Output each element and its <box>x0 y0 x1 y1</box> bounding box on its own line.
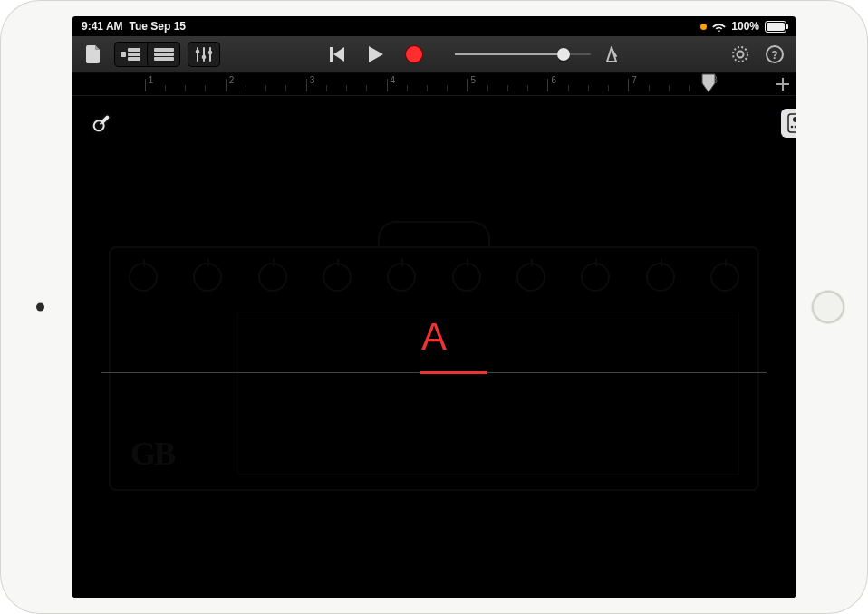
input-settings-button[interactable] <box>87 109 116 138</box>
track-controls-group <box>188 42 220 67</box>
amp-knob <box>129 263 158 292</box>
svg-rect-4 <box>154 48 174 52</box>
record-icon <box>406 46 422 62</box>
tracks-view-button[interactable] <box>114 42 147 67</box>
home-button[interactable] <box>812 291 844 323</box>
ruler-bar-marker: 6 <box>547 79 548 95</box>
wifi-icon <box>712 22 726 32</box>
svg-rect-23 <box>788 114 796 132</box>
track-controls-button[interactable] <box>188 42 220 67</box>
battery-icon <box>765 21 786 33</box>
tablet-frame: 9:41 AM Tue Sep 15 100% <box>0 0 868 614</box>
tuner-pitch-indicator <box>420 371 487 374</box>
svg-rect-13 <box>330 47 333 62</box>
svg-rect-5 <box>154 53 174 56</box>
stompbox-button[interactable] <box>781 109 796 138</box>
svg-rect-3 <box>128 57 140 61</box>
amp-knob <box>323 263 352 292</box>
screen: 9:41 AM Tue Sep 15 100% <box>72 16 796 598</box>
status-date: Tue Sep 15 <box>130 20 186 33</box>
svg-point-12 <box>208 51 213 55</box>
svg-point-15 <box>733 47 747 62</box>
ruler-bar-marker: 3 <box>306 79 307 95</box>
svg-rect-1 <box>128 48 140 52</box>
svg-rect-2 <box>128 53 140 56</box>
svg-line-21 <box>101 122 102 124</box>
playhead[interactable] <box>701 73 716 93</box>
metronome-button[interactable] <box>598 42 625 67</box>
record-button[interactable] <box>399 42 429 67</box>
svg-point-25 <box>791 126 794 129</box>
settings-button[interactable] <box>727 42 754 67</box>
svg-point-11 <box>202 55 207 60</box>
recording-indicator-dot <box>700 24 707 30</box>
amp-knob <box>581 263 610 292</box>
transport-controls <box>323 42 429 67</box>
front-camera <box>36 303 44 312</box>
amp-knob <box>193 263 222 292</box>
tuner-meter-line <box>101 372 767 373</box>
tuner-note: A <box>421 315 447 359</box>
amp-panel: GB <box>109 246 759 491</box>
timeline-ruler[interactable]: 12345678 <box>72 73 796 96</box>
grid-view-button[interactable] <box>147 42 180 67</box>
svg-point-16 <box>738 52 744 58</box>
add-section-button[interactable] <box>774 75 792 93</box>
ruler-bar-marker: 2 <box>226 79 227 95</box>
svg-rect-6 <box>154 57 174 61</box>
go-to-beginning-button[interactable] <box>323 42 353 67</box>
ruler-bar-marker: 7 <box>628 79 629 95</box>
amp-knob <box>452 263 481 292</box>
svg-rect-0 <box>121 52 126 57</box>
status-time: 9:41 AM <box>82 20 123 33</box>
my-songs-button[interactable] <box>80 42 107 67</box>
view-toggle-group <box>114 42 180 67</box>
main-area: GB A <box>72 96 796 598</box>
svg-point-10 <box>196 50 200 54</box>
ruler-bar-marker: 1 <box>145 79 146 95</box>
amp-knob <box>710 263 739 292</box>
amp-knob <box>646 263 675 292</box>
status-bar: 9:41 AM Tue Sep 15 100% <box>72 16 796 36</box>
svg-text:?: ? <box>771 49 777 62</box>
toolbar: ? <box>72 36 796 73</box>
amp-knob <box>387 263 416 292</box>
play-button[interactable] <box>361 42 391 67</box>
battery-percent: 100% <box>731 20 759 33</box>
master-volume-slider[interactable] <box>455 53 591 55</box>
ruler-bar-marker: 5 <box>467 79 468 95</box>
help-button[interactable]: ? <box>761 42 788 67</box>
amp-knob <box>258 263 287 292</box>
ruler-bar-marker: 4 <box>387 79 388 95</box>
amp-knob <box>516 263 545 292</box>
amp-logo: GB <box>130 435 174 473</box>
